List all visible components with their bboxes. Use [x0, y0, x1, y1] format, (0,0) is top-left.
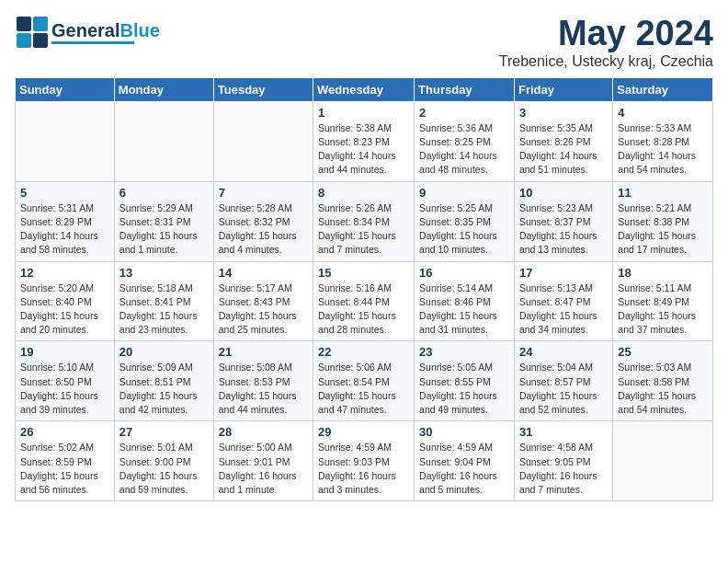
calendar-table: SundayMondayTuesdayWednesdayThursdayFrid…	[15, 77, 713, 501]
calendar-cell: 14Sunrise: 5:17 AMSunset: 8:43 PMDayligh…	[213, 261, 313, 341]
calendar-cell: 25Sunrise: 5:03 AMSunset: 8:58 PMDayligh…	[613, 341, 713, 421]
logo-blue: Blue	[119, 20, 159, 40]
weekday-header: Sunday	[16, 77, 115, 101]
day-info: Sunrise: 5:08 AMSunset: 8:53 PMDaylight:…	[219, 361, 308, 417]
day-info: Sunrise: 5:04 AMSunset: 8:57 PMDaylight:…	[519, 361, 608, 417]
weekday-header: Thursday	[415, 77, 515, 101]
day-number: 3	[519, 106, 608, 120]
svg-rect-3	[33, 33, 48, 48]
day-info: Sunrise: 5:28 AMSunset: 8:32 PMDaylight:…	[219, 201, 308, 258]
day-info: Sunrise: 5:33 AMSunset: 8:28 PMDaylight:…	[618, 121, 708, 178]
day-info: Sunrise: 5:38 AMSunset: 8:23 PMDaylight:…	[318, 121, 409, 178]
day-number: 7	[219, 186, 308, 200]
calendar-cell: 17Sunrise: 5:13 AMSunset: 8:47 PMDayligh…	[514, 261, 612, 341]
calendar-cell: 3Sunrise: 5:35 AMSunset: 8:26 PMDaylight…	[514, 101, 612, 181]
day-number: 18	[618, 266, 708, 280]
logo-icon	[15, 15, 50, 50]
calendar-cell: 26Sunrise: 5:02 AMSunset: 8:59 PMDayligh…	[16, 421, 115, 501]
day-info: Sunrise: 5:02 AMSunset: 8:59 PMDaylight:…	[20, 441, 109, 497]
day-number: 21	[219, 345, 308, 359]
calendar-cell: 11Sunrise: 5:21 AMSunset: 8:38 PMDayligh…	[613, 181, 713, 261]
day-info: Sunrise: 5:36 AMSunset: 8:25 PMDaylight:…	[419, 121, 509, 178]
day-info: Sunrise: 5:14 AMSunset: 8:46 PMDaylight:…	[419, 282, 509, 338]
calendar-cell: 12Sunrise: 5:20 AMSunset: 8:40 PMDayligh…	[16, 261, 115, 341]
calendar-cell: 5Sunrise: 5:31 AMSunset: 8:29 PMDaylight…	[16, 181, 115, 261]
calendar-cell: 24Sunrise: 5:04 AMSunset: 8:57 PMDayligh…	[514, 341, 612, 421]
calendar-cell	[213, 101, 313, 181]
calendar-cell: 2Sunrise: 5:36 AMSunset: 8:25 PMDaylight…	[415, 101, 515, 181]
weekday-header: Saturday	[613, 77, 713, 101]
day-number: 2	[419, 106, 509, 120]
calendar-cell: 10Sunrise: 5:23 AMSunset: 8:37 PMDayligh…	[514, 181, 612, 261]
calendar-cell: 4Sunrise: 5:33 AMSunset: 8:28 PMDaylight…	[613, 101, 713, 181]
day-info: Sunrise: 5:13 AMSunset: 8:47 PMDaylight:…	[519, 282, 608, 338]
page-header: GeneralBlue May 2024 Trebenice, Ustecky …	[15, 15, 713, 70]
calendar-cell: 31Sunrise: 4:58 AMSunset: 9:05 PMDayligh…	[514, 421, 612, 501]
day-info: Sunrise: 5:26 AMSunset: 8:34 PMDaylight:…	[318, 201, 409, 258]
day-number: 28	[219, 425, 308, 439]
day-number: 20	[119, 345, 209, 359]
day-info: Sunrise: 4:59 AMSunset: 9:03 PMDaylight:…	[318, 441, 409, 497]
weekday-header: Monday	[114, 77, 213, 101]
day-info: Sunrise: 5:25 AMSunset: 8:35 PMDaylight:…	[419, 201, 509, 258]
title-section: May 2024 Trebenice, Ustecky kraj, Czechi…	[499, 15, 713, 70]
day-info: Sunrise: 5:03 AMSunset: 8:58 PMDaylight:…	[618, 361, 708, 417]
day-number: 10	[519, 186, 608, 200]
day-number: 5	[20, 186, 109, 200]
day-number: 6	[119, 186, 209, 200]
day-number: 13	[119, 266, 209, 280]
weekday-header: Friday	[514, 77, 612, 101]
location: Trebenice, Ustecky kraj, Czechia	[499, 53, 713, 70]
day-info: Sunrise: 5:29 AMSunset: 8:31 PMDaylight:…	[119, 201, 209, 258]
day-number: 19	[20, 345, 109, 359]
day-info: Sunrise: 5:20 AMSunset: 8:40 PMDaylight:…	[20, 282, 109, 338]
day-info: Sunrise: 5:23 AMSunset: 8:37 PMDaylight:…	[519, 201, 608, 258]
weekday-header: Wednesday	[313, 77, 415, 101]
day-info: Sunrise: 5:01 AMSunset: 9:00 PMDaylight:…	[119, 441, 209, 497]
day-info: Sunrise: 5:16 AMSunset: 8:44 PMDaylight:…	[318, 282, 409, 338]
logo: GeneralBlue	[15, 15, 160, 50]
calendar-cell: 6Sunrise: 5:29 AMSunset: 8:31 PMDaylight…	[114, 181, 213, 261]
day-info: Sunrise: 5:00 AMSunset: 9:01 PMDaylight:…	[219, 441, 308, 497]
calendar-cell: 27Sunrise: 5:01 AMSunset: 9:00 PMDayligh…	[114, 421, 213, 501]
day-info: Sunrise: 5:31 AMSunset: 8:29 PMDaylight:…	[20, 201, 109, 258]
weekday-header: Tuesday	[213, 77, 313, 101]
day-number: 8	[318, 186, 409, 200]
day-number: 22	[318, 345, 409, 359]
day-number: 17	[519, 266, 608, 280]
calendar-cell: 29Sunrise: 4:59 AMSunset: 9:03 PMDayligh…	[313, 421, 415, 501]
day-info: Sunrise: 5:11 AMSunset: 8:49 PMDaylight:…	[618, 282, 708, 338]
day-number: 4	[618, 106, 708, 120]
calendar-cell: 28Sunrise: 5:00 AMSunset: 9:01 PMDayligh…	[213, 421, 313, 501]
svg-rect-0	[17, 17, 31, 31]
day-info: Sunrise: 5:09 AMSunset: 8:51 PMDaylight:…	[119, 361, 209, 417]
day-info: Sunrise: 4:59 AMSunset: 9:04 PMDaylight:…	[419, 441, 509, 497]
day-number: 30	[419, 425, 509, 439]
day-number: 26	[20, 425, 109, 439]
calendar-cell: 7Sunrise: 5:28 AMSunset: 8:32 PMDaylight…	[213, 181, 313, 261]
day-info: Sunrise: 5:18 AMSunset: 8:41 PMDaylight:…	[119, 282, 209, 338]
day-number: 31	[519, 425, 608, 439]
day-info: Sunrise: 4:58 AMSunset: 9:05 PMDaylight:…	[519, 441, 608, 497]
calendar-cell: 18Sunrise: 5:11 AMSunset: 8:49 PMDayligh…	[613, 261, 713, 341]
day-number: 11	[618, 186, 708, 200]
calendar-cell: 20Sunrise: 5:09 AMSunset: 8:51 PMDayligh…	[114, 341, 213, 421]
calendar-cell: 19Sunrise: 5:10 AMSunset: 8:50 PMDayligh…	[16, 341, 115, 421]
day-number: 24	[519, 345, 608, 359]
day-info: Sunrise: 5:17 AMSunset: 8:43 PMDaylight:…	[219, 282, 308, 338]
calendar-cell: 21Sunrise: 5:08 AMSunset: 8:53 PMDayligh…	[213, 341, 313, 421]
day-info: Sunrise: 5:35 AMSunset: 8:26 PMDaylight:…	[519, 121, 608, 178]
calendar-cell: 16Sunrise: 5:14 AMSunset: 8:46 PMDayligh…	[415, 261, 515, 341]
day-info: Sunrise: 5:05 AMSunset: 8:55 PMDaylight:…	[419, 361, 509, 417]
calendar-cell	[114, 101, 213, 181]
calendar-cell: 1Sunrise: 5:38 AMSunset: 8:23 PMDaylight…	[313, 101, 415, 181]
calendar-week-row: 19Sunrise: 5:10 AMSunset: 8:50 PMDayligh…	[16, 341, 713, 421]
day-number: 14	[219, 266, 308, 280]
month-year: May 2024	[499, 15, 713, 53]
logo-general: General	[51, 20, 119, 40]
calendar-cell: 13Sunrise: 5:18 AMSunset: 8:41 PMDayligh…	[114, 261, 213, 341]
day-number: 9	[419, 186, 509, 200]
calendar-cell: 22Sunrise: 5:06 AMSunset: 8:54 PMDayligh…	[313, 341, 415, 421]
day-number: 16	[419, 266, 509, 280]
calendar-cell	[613, 421, 713, 501]
